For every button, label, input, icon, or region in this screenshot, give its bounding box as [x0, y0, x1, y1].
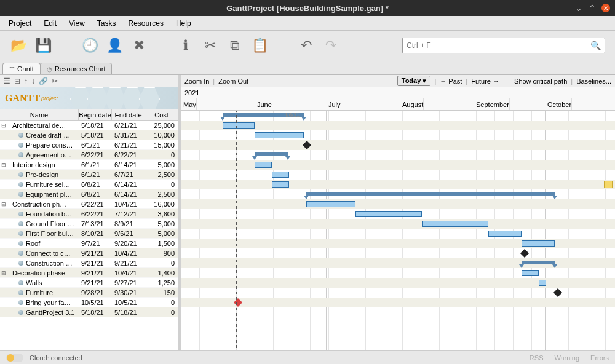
past-button[interactable]: ← Past [440, 77, 462, 85]
zoom-in-button[interactable]: Zoom In [184, 77, 209, 85]
gantt-bar[interactable] [488, 231, 522, 237]
gantt-bar[interactable] [520, 249, 529, 258]
person-icon[interactable]: 👤 [106, 37, 123, 54]
gantt-bar[interactable] [306, 192, 555, 196]
paste-icon[interactable]: 📋 [251, 37, 268, 54]
search-box[interactable]: 🔍 [402, 38, 605, 53]
move-down-icon[interactable]: ↓ [31, 77, 35, 85]
gantt-bar[interactable] [255, 152, 288, 156]
cut-icon[interactable]: ✂ [202, 37, 219, 54]
maximize-icon[interactable]: ⌃ [588, 4, 597, 12]
gantt-bar[interactable] [522, 240, 555, 247]
today-button[interactable]: Today ▾ [397, 76, 431, 86]
gantt-bar[interactable] [522, 270, 539, 276]
task-row[interactable]: Foundation b…6/22/217/12/213,600 [0, 209, 178, 219]
gantt-bar[interactable] [422, 221, 488, 227]
expand-icon[interactable]: ⊟ [0, 201, 7, 207]
future-button[interactable]: Future → [471, 77, 499, 85]
status-rss[interactable]: RSS [530, 354, 544, 362]
gantt-bar[interactable] [255, 162, 272, 168]
search-icon[interactable]: 🔍 [590, 41, 601, 50]
search-input[interactable] [407, 41, 590, 50]
task-row[interactable]: Walls9/21/219/27/211,250 [0, 278, 178, 288]
unlink-icon[interactable]: ✂ [52, 77, 58, 85]
status-warning[interactable]: Warning [554, 354, 579, 362]
zoom-out-button[interactable]: Zoom Out [218, 77, 248, 85]
minimize-icon[interactable]: ⌄ [574, 4, 583, 12]
col-begin[interactable]: Begin date [79, 109, 112, 120]
task-row[interactable]: ⊟Architectural de…5/18/216/21/2125,000 [0, 121, 178, 130]
toolbar: 📂 💾 🕘 👤 ✖ ℹ ✂ ⧉ 📋 ↶ ↷ 🔍 [0, 31, 615, 60]
task-row[interactable]: Create draft …5/18/215/31/2110,000 [0, 130, 178, 140]
note-icon[interactable] [604, 181, 613, 188]
collapse-icon[interactable]: ⊟ [14, 77, 20, 85]
gantt-bar[interactable] [272, 181, 289, 188]
gantt-chart-area[interactable]: 4/6/21 [181, 111, 615, 350]
expand-icon[interactable]: ⊟ [0, 162, 7, 168]
task-name: Pre-design [26, 171, 58, 178]
task-row[interactable]: Furniture9/28/219/30/21150 [0, 288, 178, 298]
copy-icon[interactable]: ⧉ [226, 37, 244, 54]
menu-project[interactable]: Project [2, 17, 38, 30]
gantt-bar[interactable] [355, 211, 422, 217]
task-row[interactable]: Construction …9/21/219/21/210 [0, 258, 178, 268]
task-row[interactable]: Ground Floor …7/13/218/9/215,000 [0, 219, 178, 229]
task-row[interactable]: Pre-design6/1/216/7/212,500 [0, 170, 178, 180]
task-row[interactable]: ⊟Interior design6/1/216/14/215,000 [0, 160, 178, 170]
gantt-bar[interactable] [272, 172, 289, 178]
expand-icon[interactable]: ⊟ [0, 270, 7, 276]
move-up-icon[interactable]: ↑ [24, 77, 28, 85]
menu-tasks[interactable]: Tasks [91, 17, 122, 30]
tab-gantt[interactable]: ☷Gantt [2, 63, 41, 74]
task-row[interactable]: Bring your fa…10/5/2110/5/210 [0, 298, 178, 307]
list-icon[interactable]: ☰ [4, 77, 10, 85]
baselines-button[interactable]: Baselines... [576, 77, 611, 85]
task-bullet-icon [18, 221, 23, 226]
task-row[interactable]: GanttProject 3.15/18/215/18/210 [0, 307, 178, 317]
col-cost[interactable]: Cost [145, 109, 178, 120]
gantt-bar[interactable] [234, 298, 242, 307]
redo-icon[interactable]: ↷ [322, 37, 339, 54]
close-icon[interactable]: ✕ [601, 4, 610, 12]
link-icon[interactable]: 🔗 [39, 77, 48, 85]
info-icon[interactable]: ℹ [177, 37, 194, 54]
menu-resources[interactable]: Resources [122, 17, 170, 30]
gantt-bar[interactable] [306, 201, 355, 207]
undo-icon[interactable]: ↶ [298, 37, 315, 54]
gantt-bar[interactable] [539, 280, 546, 286]
gantt-bar[interactable] [255, 132, 304, 138]
task-name: Equipment pl… [26, 191, 72, 198]
month-header: June [255, 98, 272, 110]
task-row[interactable]: Roof9/7/219/20/211,500 [0, 239, 178, 248]
gantt-bar[interactable] [554, 288, 562, 297]
col-end[interactable]: End date [112, 109, 145, 120]
open-icon[interactable]: 📂 [10, 37, 27, 54]
task-row[interactable]: ⊟Construction ph…6/22/2110/4/2116,000 [0, 199, 178, 209]
critical-path-button[interactable]: Show critical path [514, 77, 567, 85]
history-icon[interactable]: 🕘 [81, 37, 98, 54]
cloud-toggle[interactable] [6, 354, 23, 362]
gantt-bar[interactable] [522, 261, 555, 264]
gantt-bar[interactable] [303, 141, 311, 149]
save-icon[interactable]: 💾 [34, 37, 52, 54]
task-row[interactable]: Agreement o…6/22/216/22/210 [0, 150, 178, 160]
today-line [236, 111, 237, 350]
task-begin: 9/21/21 [79, 259, 112, 267]
task-row[interactable]: Equipment pl…6/8/216/14/212,500 [0, 189, 178, 199]
task-row[interactable]: ⊟Decoration phase9/21/2110/4/211,400 [0, 268, 178, 278]
status-errors[interactable]: Errors [590, 354, 609, 362]
task-row[interactable]: First Floor bui…8/10/219/6/215,000 [0, 229, 178, 239]
task-row[interactable]: Prepare cons…6/1/216/21/2115,000 [0, 140, 178, 150]
menu-edit[interactable]: Edit [38, 17, 63, 30]
expand-icon[interactable]: ⊟ [0, 122, 7, 129]
tab-resources-chart[interactable]: ◔Resources Chart [40, 63, 113, 74]
col-name[interactable]: Name [0, 109, 79, 120]
delete-icon[interactable]: ✖ [130, 37, 148, 54]
menu-help[interactable]: Help [170, 17, 197, 30]
menu-view[interactable]: View [63, 17, 91, 30]
task-row[interactable]: Connect to c…9/21/2110/4/21900 [0, 248, 178, 258]
task-begin: 6/1/21 [79, 171, 112, 178]
task-bullet-icon [18, 182, 23, 187]
gantt-bar[interactable] [223, 122, 255, 129]
task-row[interactable]: Furniture sel…6/8/216/14/210 [0, 180, 178, 189]
